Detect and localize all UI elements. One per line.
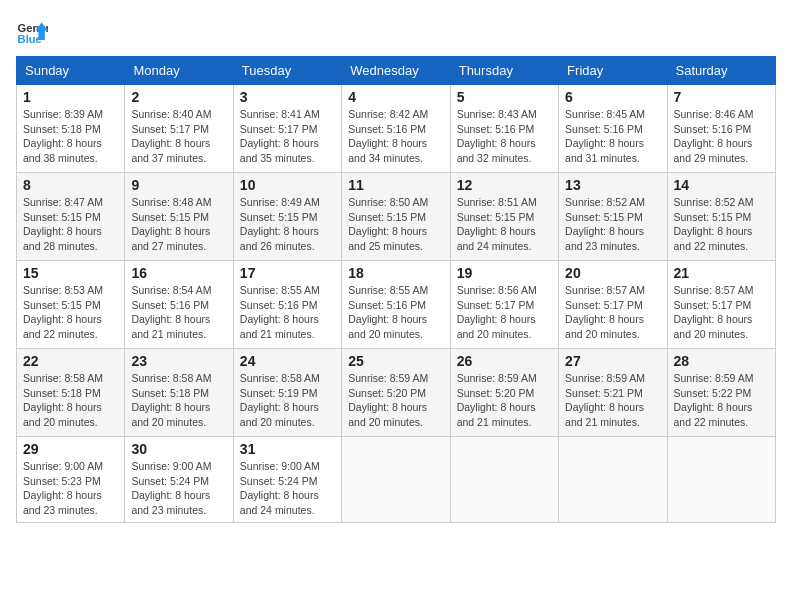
day-info: Sunrise: 8:59 AMSunset: 5:21 PMDaylight:… <box>565 371 660 430</box>
week-row-5: 29Sunrise: 9:00 AMSunset: 5:23 PMDayligh… <box>17 437 776 523</box>
calendar-cell: 29Sunrise: 9:00 AMSunset: 5:23 PMDayligh… <box>17 437 125 523</box>
calendar-cell: 18Sunrise: 8:55 AMSunset: 5:16 PMDayligh… <box>342 261 450 349</box>
day-info: Sunrise: 8:42 AMSunset: 5:16 PMDaylight:… <box>348 107 443 166</box>
day-info: Sunrise: 8:43 AMSunset: 5:16 PMDaylight:… <box>457 107 552 166</box>
calendar-cell: 26Sunrise: 8:59 AMSunset: 5:20 PMDayligh… <box>450 349 558 437</box>
calendar-cell: 8Sunrise: 8:47 AMSunset: 5:15 PMDaylight… <box>17 173 125 261</box>
day-info: Sunrise: 8:58 AMSunset: 5:19 PMDaylight:… <box>240 371 335 430</box>
day-info: Sunrise: 8:47 AMSunset: 5:15 PMDaylight:… <box>23 195 118 254</box>
day-header-monday: Monday <box>125 57 233 85</box>
day-number: 13 <box>565 177 660 193</box>
calendar-cell: 3Sunrise: 8:41 AMSunset: 5:17 PMDaylight… <box>233 85 341 173</box>
day-number: 4 <box>348 89 443 105</box>
calendar-cell <box>342 437 450 523</box>
week-row-2: 8Sunrise: 8:47 AMSunset: 5:15 PMDaylight… <box>17 173 776 261</box>
day-info: Sunrise: 8:55 AMSunset: 5:16 PMDaylight:… <box>240 283 335 342</box>
calendar-cell: 17Sunrise: 8:55 AMSunset: 5:16 PMDayligh… <box>233 261 341 349</box>
day-info: Sunrise: 8:57 AMSunset: 5:17 PMDaylight:… <box>565 283 660 342</box>
calendar-cell: 24Sunrise: 8:58 AMSunset: 5:19 PMDayligh… <box>233 349 341 437</box>
day-info: Sunrise: 9:00 AMSunset: 5:24 PMDaylight:… <box>240 459 335 518</box>
day-number: 7 <box>674 89 769 105</box>
day-info: Sunrise: 9:00 AMSunset: 5:24 PMDaylight:… <box>131 459 226 518</box>
day-info: Sunrise: 8:55 AMSunset: 5:16 PMDaylight:… <box>348 283 443 342</box>
logo-icon: General Blue <box>16 16 48 48</box>
day-info: Sunrise: 8:58 AMSunset: 5:18 PMDaylight:… <box>131 371 226 430</box>
day-header-friday: Friday <box>559 57 667 85</box>
day-number: 11 <box>348 177 443 193</box>
calendar-cell <box>450 437 558 523</box>
calendar-cell: 2Sunrise: 8:40 AMSunset: 5:17 PMDaylight… <box>125 85 233 173</box>
day-info: Sunrise: 8:51 AMSunset: 5:15 PMDaylight:… <box>457 195 552 254</box>
calendar-cell: 27Sunrise: 8:59 AMSunset: 5:21 PMDayligh… <box>559 349 667 437</box>
day-number: 16 <box>131 265 226 281</box>
day-header-saturday: Saturday <box>667 57 775 85</box>
day-info: Sunrise: 8:49 AMSunset: 5:15 PMDaylight:… <box>240 195 335 254</box>
day-info: Sunrise: 8:56 AMSunset: 5:17 PMDaylight:… <box>457 283 552 342</box>
day-number: 14 <box>674 177 769 193</box>
day-info: Sunrise: 8:54 AMSunset: 5:16 PMDaylight:… <box>131 283 226 342</box>
day-info: Sunrise: 8:40 AMSunset: 5:17 PMDaylight:… <box>131 107 226 166</box>
day-number: 17 <box>240 265 335 281</box>
week-row-4: 22Sunrise: 8:58 AMSunset: 5:18 PMDayligh… <box>17 349 776 437</box>
calendar-cell: 1Sunrise: 8:39 AMSunset: 5:18 PMDaylight… <box>17 85 125 173</box>
page-header: General Blue <box>16 16 776 48</box>
day-number: 23 <box>131 353 226 369</box>
day-header-row: SundayMondayTuesdayWednesdayThursdayFrid… <box>17 57 776 85</box>
day-info: Sunrise: 8:50 AMSunset: 5:15 PMDaylight:… <box>348 195 443 254</box>
day-number: 28 <box>674 353 769 369</box>
day-number: 31 <box>240 441 335 457</box>
calendar-cell: 4Sunrise: 8:42 AMSunset: 5:16 PMDaylight… <box>342 85 450 173</box>
day-number: 18 <box>348 265 443 281</box>
day-number: 3 <box>240 89 335 105</box>
day-header-wednesday: Wednesday <box>342 57 450 85</box>
day-info: Sunrise: 8:39 AMSunset: 5:18 PMDaylight:… <box>23 107 118 166</box>
calendar-cell <box>667 437 775 523</box>
day-info: Sunrise: 8:45 AMSunset: 5:16 PMDaylight:… <box>565 107 660 166</box>
day-number: 1 <box>23 89 118 105</box>
calendar-cell: 15Sunrise: 8:53 AMSunset: 5:15 PMDayligh… <box>17 261 125 349</box>
day-number: 8 <box>23 177 118 193</box>
day-info: Sunrise: 8:53 AMSunset: 5:15 PMDaylight:… <box>23 283 118 342</box>
day-header-tuesday: Tuesday <box>233 57 341 85</box>
day-number: 19 <box>457 265 552 281</box>
day-info: Sunrise: 8:52 AMSunset: 5:15 PMDaylight:… <box>674 195 769 254</box>
calendar-cell: 28Sunrise: 8:59 AMSunset: 5:22 PMDayligh… <box>667 349 775 437</box>
day-number: 15 <box>23 265 118 281</box>
day-info: Sunrise: 8:57 AMSunset: 5:17 PMDaylight:… <box>674 283 769 342</box>
calendar-cell: 11Sunrise: 8:50 AMSunset: 5:15 PMDayligh… <box>342 173 450 261</box>
day-info: Sunrise: 8:59 AMSunset: 5:20 PMDaylight:… <box>457 371 552 430</box>
calendar-cell: 12Sunrise: 8:51 AMSunset: 5:15 PMDayligh… <box>450 173 558 261</box>
day-info: Sunrise: 8:46 AMSunset: 5:16 PMDaylight:… <box>674 107 769 166</box>
svg-text:Blue: Blue <box>18 33 42 45</box>
week-row-3: 15Sunrise: 8:53 AMSunset: 5:15 PMDayligh… <box>17 261 776 349</box>
day-info: Sunrise: 8:52 AMSunset: 5:15 PMDaylight:… <box>565 195 660 254</box>
day-info: Sunrise: 8:59 AMSunset: 5:20 PMDaylight:… <box>348 371 443 430</box>
day-number: 20 <box>565 265 660 281</box>
day-number: 6 <box>565 89 660 105</box>
calendar-table: SundayMondayTuesdayWednesdayThursdayFrid… <box>16 56 776 523</box>
day-info: Sunrise: 8:48 AMSunset: 5:15 PMDaylight:… <box>131 195 226 254</box>
calendar-cell: 23Sunrise: 8:58 AMSunset: 5:18 PMDayligh… <box>125 349 233 437</box>
calendar-header: SundayMondayTuesdayWednesdayThursdayFrid… <box>17 57 776 85</box>
day-number: 9 <box>131 177 226 193</box>
day-info: Sunrise: 9:00 AMSunset: 5:23 PMDaylight:… <box>23 459 118 518</box>
calendar-cell <box>559 437 667 523</box>
day-number: 25 <box>348 353 443 369</box>
day-number: 22 <box>23 353 118 369</box>
calendar-cell: 13Sunrise: 8:52 AMSunset: 5:15 PMDayligh… <box>559 173 667 261</box>
day-number: 2 <box>131 89 226 105</box>
day-info: Sunrise: 8:59 AMSunset: 5:22 PMDaylight:… <box>674 371 769 430</box>
calendar-cell: 31Sunrise: 9:00 AMSunset: 5:24 PMDayligh… <box>233 437 341 523</box>
calendar-cell: 5Sunrise: 8:43 AMSunset: 5:16 PMDaylight… <box>450 85 558 173</box>
day-number: 21 <box>674 265 769 281</box>
day-info: Sunrise: 8:41 AMSunset: 5:17 PMDaylight:… <box>240 107 335 166</box>
calendar-cell: 6Sunrise: 8:45 AMSunset: 5:16 PMDaylight… <box>559 85 667 173</box>
calendar-body: 1Sunrise: 8:39 AMSunset: 5:18 PMDaylight… <box>17 85 776 523</box>
calendar-cell: 9Sunrise: 8:48 AMSunset: 5:15 PMDaylight… <box>125 173 233 261</box>
calendar-cell: 25Sunrise: 8:59 AMSunset: 5:20 PMDayligh… <box>342 349 450 437</box>
day-number: 24 <box>240 353 335 369</box>
calendar-cell: 10Sunrise: 8:49 AMSunset: 5:15 PMDayligh… <box>233 173 341 261</box>
day-number: 26 <box>457 353 552 369</box>
day-number: 10 <box>240 177 335 193</box>
logo: General Blue <box>16 16 48 48</box>
